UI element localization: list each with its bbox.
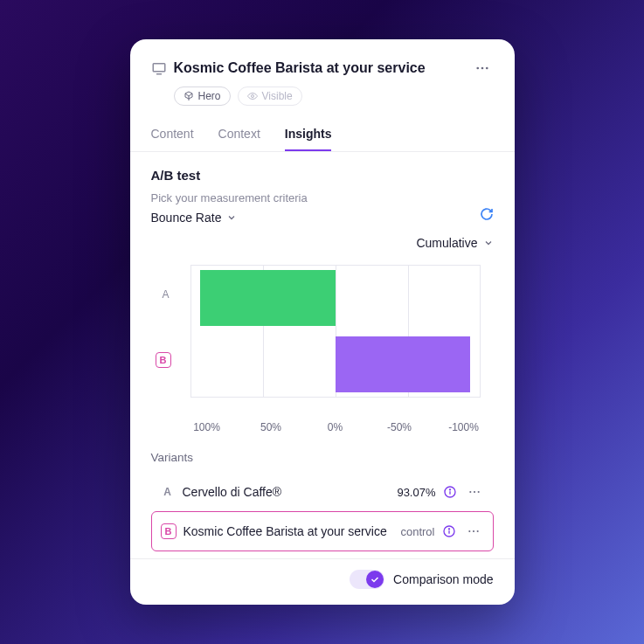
chart-bar-b: [336, 336, 470, 392]
chart: A B: [151, 257, 494, 416]
svg-point-2: [476, 67, 479, 70]
cube-icon: [184, 91, 194, 101]
chevron-down-icon: [226, 212, 237, 223]
variant-row-b[interactable]: B Kosmic Coffee Barista at your service …: [151, 511, 494, 551]
chart-bar-a: [200, 270, 335, 326]
chevron-down-icon: [483, 238, 494, 248]
variant-menu-a[interactable]: [464, 481, 485, 502]
cumulative-dropdown[interactable]: Cumulative: [416, 236, 493, 250]
svg-point-10: [473, 491, 474, 493]
tab-context[interactable]: Context: [218, 121, 260, 151]
variant-menu-b[interactable]: [463, 521, 484, 542]
comparison-label: Comparison mode: [393, 572, 493, 586]
svg-point-8: [449, 489, 450, 490]
svg-point-17: [476, 530, 478, 532]
ab-test-title: A/B test: [151, 168, 494, 183]
chart-y-label-a: A: [163, 288, 170, 301]
metric-dropdown[interactable]: Bounce Rate: [151, 211, 238, 225]
panel-footer: Comparison mode: [130, 558, 515, 589]
variant-pct-a: 93.07%: [397, 486, 435, 499]
variant-marker-b: B: [161, 523, 177, 539]
tab-content[interactable]: Content: [151, 121, 194, 151]
card-icon: [151, 60, 167, 76]
svg-point-5: [251, 95, 253, 98]
variant-name-b: Kosmic Coffee Barista at your service: [184, 524, 394, 538]
panel-menu-button[interactable]: [471, 57, 494, 80]
chart-y-label-b: B: [156, 352, 171, 368]
panel-header: Kosmic Coffee Barista at your service He…: [130, 57, 515, 106]
insights-panel: Kosmic Coffee Barista at your service He…: [130, 39, 515, 605]
variant-row-a[interactable]: A Cervello di Caffe® 93.07%: [151, 473, 494, 511]
metric-value: Bounce Rate: [151, 211, 222, 225]
svg-point-15: [468, 530, 470, 532]
svg-rect-0: [153, 64, 165, 72]
criteria-label: Pick your measurement criteria: [151, 191, 308, 204]
chart-x-axis: 100% 50% 0% -50% -100%: [151, 421, 494, 433]
info-icon[interactable]: [442, 524, 456, 538]
cumulative-value: Cumulative: [416, 236, 477, 250]
variants-section: Variants A Cervello di Caffe® 93.07% B K…: [151, 451, 494, 551]
svg-point-9: [469, 491, 471, 493]
variant-control-b: control: [400, 525, 434, 538]
svg-point-4: [485, 67, 488, 70]
badge-visible[interactable]: Visible: [238, 87, 302, 106]
eye-icon: [247, 91, 258, 101]
tab-insights[interactable]: Insights: [285, 121, 332, 151]
panel-title: Kosmic Coffee Barista at your service: [174, 60, 464, 76]
info-icon[interactable]: [443, 485, 457, 499]
svg-point-3: [481, 67, 483, 70]
badge-hero[interactable]: Hero: [174, 87, 231, 106]
comparison-toggle[interactable]: [350, 570, 384, 589]
variant-marker-a: A: [160, 486, 176, 498]
refresh-button[interactable]: [480, 207, 494, 221]
svg-point-16: [472, 530, 474, 532]
tabs: Content Context Insights: [130, 121, 515, 152]
variant-name-a: Cervello di Caffe®: [183, 485, 391, 499]
svg-point-14: [448, 529, 449, 530]
variants-title: Variants: [151, 451, 494, 464]
svg-point-11: [477, 491, 479, 493]
